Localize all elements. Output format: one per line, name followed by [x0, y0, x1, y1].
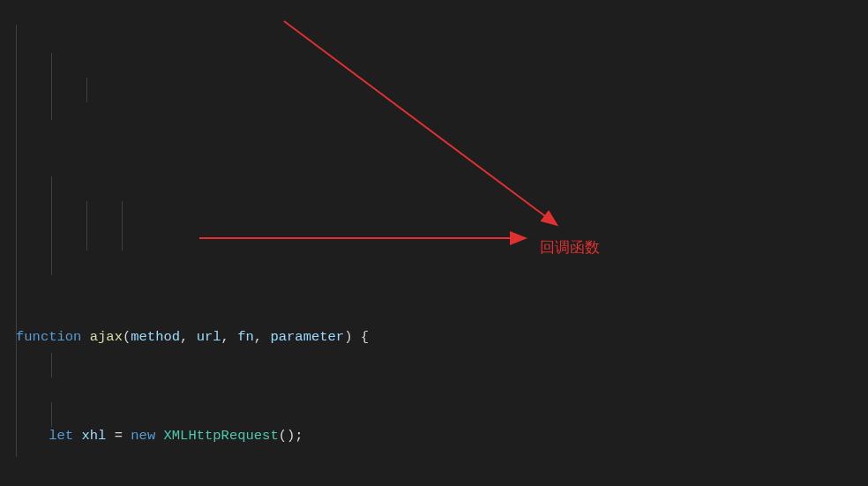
- code-line: let xhl = new XMLHttpRequest();: [0, 423, 868, 448]
- code-editor[interactable]: function ajax(method, url, fn, parameter…: [0, 0, 868, 486]
- code-line: function ajax(method, url, fn, parameter…: [0, 325, 868, 349]
